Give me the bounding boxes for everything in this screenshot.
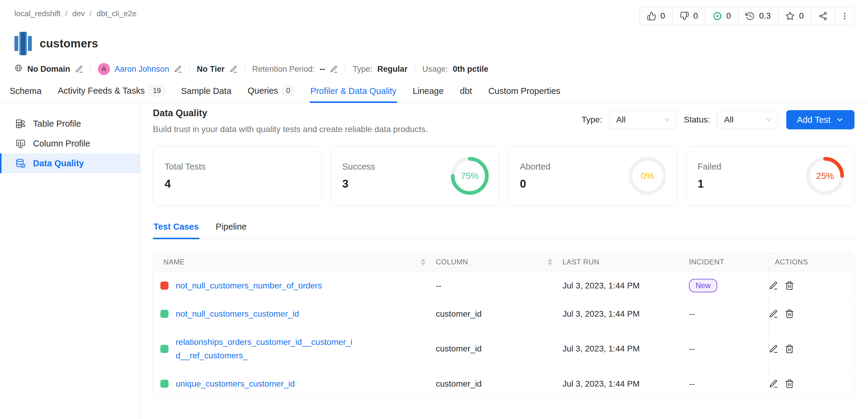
tab-test-cases[interactable]: Test Cases — [153, 220, 199, 239]
test-case-link[interactable]: not_null_customers_number_of_orders — [176, 279, 322, 292]
incident-cell: -- — [689, 337, 769, 361]
usage-label: Usage: — [422, 65, 448, 74]
retention-value: -- — [319, 65, 325, 74]
tab-pipeline[interactable]: Pipeline — [215, 220, 247, 239]
breadcrumb: local_redshift / dev / dbt_cli_e2e — [14, 9, 137, 18]
aborted-progress-ring: 0% — [627, 155, 668, 197]
column-header-last-run: LAST RUN — [562, 253, 689, 271]
sidebar-item-data-quality[interactable]: Data Quality — [0, 153, 140, 173]
sidebar-item-table-profile[interactable]: Table Profile — [0, 114, 140, 134]
tasks-button[interactable]: 0 — [705, 7, 738, 25]
sidebar-item-column-profile[interactable]: Column Profile — [0, 134, 140, 153]
edit-tier-button[interactable] — [229, 65, 238, 73]
downvote-count: 0 — [693, 11, 698, 21]
column-header-actions: ACTIONS — [769, 253, 854, 271]
type-filter-label: Type: — [582, 115, 602, 125]
test-cases-table: NAME COLUMN LAST RUN INCIDENT ACTIONS — [153, 252, 855, 398]
divider — [345, 65, 345, 73]
add-test-label: Add Test — [797, 115, 831, 125]
failed-progress-ring: 25% — [804, 155, 846, 197]
sort-icon — [548, 259, 552, 265]
more-options-button[interactable] — [835, 7, 854, 25]
test-case-link[interactable]: unique_customers_customer_id — [176, 377, 295, 390]
tab-custom-properties[interactable]: Custom Properties — [488, 84, 561, 103]
test-status-indicator — [160, 345, 168, 353]
edit-test-button[interactable] — [769, 281, 778, 290]
test-case-link[interactable]: relationships_orders_customer_id__custom… — [176, 335, 356, 362]
aborted-card: Aborted 0 0% — [508, 146, 677, 205]
breadcrumb-schema-link[interactable]: dbt_cli_e2e — [97, 9, 137, 18]
panel-heading-block: Data Quality Build trust in your data wi… — [153, 108, 428, 135]
divider — [415, 65, 415, 73]
edit-test-button[interactable] — [769, 309, 778, 318]
table-header-row: NAME COLUMN LAST RUN INCIDENT ACTIONS — [153, 253, 854, 271]
delete-test-button[interactable] — [785, 281, 794, 290]
tab-lineage[interactable]: Lineage — [412, 84, 444, 103]
sidebar-item-label: Data Quality — [33, 159, 84, 168]
downvote-button[interactable]: 0 — [672, 7, 705, 25]
test-status-indicator — [160, 282, 168, 290]
type-value: Regular — [377, 65, 408, 74]
type-filter-select[interactable]: All — [610, 110, 677, 129]
tab-label: Custom Properties — [488, 86, 560, 96]
column-header-name[interactable]: NAME — [153, 253, 436, 271]
pencil-icon — [229, 65, 238, 73]
column-header-label: INCIDENT — [689, 258, 724, 266]
incident-cell: -- — [689, 302, 769, 326]
follower-count: 0 — [799, 11, 804, 21]
ring-percent-label: 0% — [627, 155, 668, 197]
breadcrumb-service-link[interactable]: local_redshift — [14, 9, 60, 18]
column-cell: customer_id — [436, 372, 562, 396]
row-actions — [769, 379, 794, 388]
last-run-cell: Jul 3, 2023, 1:44 PM — [562, 302, 689, 326]
delete-test-button[interactable] — [785, 344, 794, 354]
sidebar-item-label: Column Profile — [33, 139, 90, 149]
version-history-icon — [745, 11, 755, 21]
table-row: relationships_orders_customer_id__custom… — [153, 328, 854, 369]
data-quality-icon — [15, 158, 26, 169]
owner-section: A Aaron Johnson — [98, 63, 182, 75]
trash-icon — [785, 379, 794, 388]
edit-owner-button[interactable] — [174, 65, 182, 73]
domain-label: No Domain — [27, 65, 70, 74]
tab-schema[interactable]: Schema — [9, 84, 42, 103]
breadcrumb-database-link[interactable]: dev — [72, 9, 85, 18]
card-label: Total Tests — [164, 162, 310, 172]
usage-section: Usage: 0th pctile — [422, 65, 488, 74]
tab-activity-feeds[interactable]: Activity Feeds & Tasks 19 — [57, 83, 165, 103]
test-status-indicator — [160, 380, 168, 388]
ring-percent-label: 25% — [804, 155, 846, 197]
row-actions — [769, 309, 794, 318]
delete-test-button[interactable] — [785, 309, 794, 318]
column-header-column[interactable]: COLUMN — [436, 253, 562, 271]
follow-star-button[interactable]: 0 — [778, 7, 811, 25]
edit-test-button[interactable] — [769, 379, 778, 388]
data-quality-panel: Data Quality Build trust in your data wi… — [140, 103, 868, 419]
breadcrumb-separator: / — [90, 9, 92, 18]
edit-retention-button[interactable] — [330, 65, 338, 73]
table-profile-icon — [15, 119, 26, 129]
type-section: Type: Regular — [352, 65, 408, 74]
last-run-cell: Jul 3, 2023, 1:44 PM — [562, 274, 689, 298]
last-run-cell: Jul 3, 2023, 1:44 PM — [562, 372, 689, 396]
version-history-button[interactable]: 0.3 — [738, 7, 778, 25]
pencil-icon — [769, 344, 778, 354]
sidebar-item-label: Table Profile — [33, 119, 81, 129]
incident-new-badge[interactable]: New — [689, 279, 717, 292]
share-button[interactable] — [811, 7, 835, 25]
column-header-incident: INCIDENT — [689, 253, 769, 271]
owner-link[interactable]: Aaron Johnson — [115, 65, 169, 74]
add-test-button[interactable]: Add Test — [786, 110, 855, 129]
test-case-link[interactable]: not_null_customers_customer_id — [176, 307, 299, 321]
tab-sample-data[interactable]: Sample Data — [181, 84, 232, 103]
upvote-button[interactable]: 0 — [640, 7, 673, 25]
tab-profiler-data-quality[interactable]: Profiler & Data Quality — [310, 84, 397, 103]
tab-queries[interactable]: Queries 0 — [247, 83, 294, 103]
pencil-icon — [769, 309, 778, 318]
edit-domain-button[interactable] — [75, 65, 83, 73]
tab-dbt[interactable]: dbt — [459, 84, 472, 103]
delete-test-button[interactable] — [785, 379, 794, 388]
pencil-icon — [174, 65, 182, 73]
status-filter-select[interactable]: All — [717, 110, 778, 129]
edit-test-button[interactable] — [769, 344, 778, 354]
